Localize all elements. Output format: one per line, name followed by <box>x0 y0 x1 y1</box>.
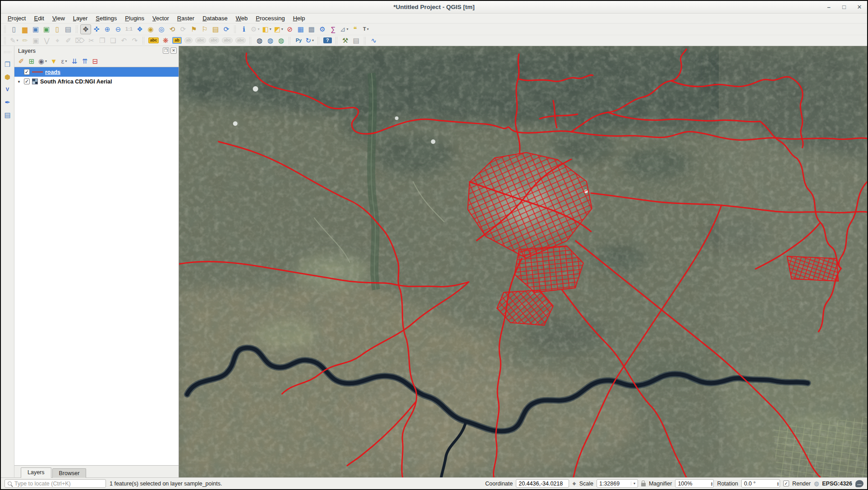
move-label-button[interactable]: abc <box>207 36 221 46</box>
help-contents-button[interactable]: ? <box>322 36 333 46</box>
layer-labeling-button[interactable]: abc <box>147 36 161 46</box>
modify-attributes-button[interactable]: ✐ <box>63 36 74 46</box>
new-project-button[interactable]: ▯ <box>9 24 19 34</box>
deselect-all-button[interactable]: ⊘ <box>285 24 295 34</box>
rotate-label-button[interactable]: abc <box>220 36 234 46</box>
add-wms-layer-button[interactable]: ◍ <box>265 36 276 46</box>
filter-expression-button[interactable]: ε ▾ <box>59 56 69 66</box>
menu-settings[interactable]: Settings <box>92 14 121 23</box>
current-edits-button[interactable]: ✎ ▾ <box>9 36 20 46</box>
locate-box[interactable] <box>5 479 106 488</box>
processing-history-button[interactable]: ↻ ▾ <box>304 36 315 46</box>
menu-view[interactable]: View <box>48 14 69 23</box>
locate-input[interactable] <box>14 481 103 487</box>
save-layer-edits-button[interactable]: ▣ <box>31 36 41 46</box>
layer-item-roads[interactable]: ✓ roads <box>14 67 179 77</box>
zoom-full-button[interactable]: ❖ <box>134 24 145 34</box>
vertex-tool-button[interactable]: ⌖ <box>52 36 63 46</box>
show-hide-labels-button[interactable]: abc <box>194 36 207 46</box>
metasearch-button[interactable]: ◍ <box>254 36 265 46</box>
open-project-button[interactable]: ▆ <box>19 24 30 34</box>
toolbar-grip[interactable] <box>142 37 145 44</box>
layer-visibility-checkbox[interactable]: ✓ <box>24 69 30 75</box>
filter-legend-button[interactable]: ▼ <box>49 56 59 66</box>
menu-help[interactable]: Help <box>289 14 309 23</box>
copy-features-button[interactable]: ❐ <box>97 36 108 46</box>
menu-edit[interactable]: Edit <box>30 14 48 23</box>
map-canvas[interactable] <box>179 46 867 477</box>
measure-button[interactable]: ⊿ ▾ <box>339 24 350 34</box>
pan-to-selection-button[interactable]: ✜ <box>91 24 102 34</box>
save-project-button[interactable]: ▣ <box>30 24 41 34</box>
lock-scale-icon[interactable] <box>641 483 646 486</box>
menu-web[interactable]: Web <box>232 14 252 23</box>
zoom-next-button[interactable]: ⟳ <box>178 24 188 34</box>
scale-combobox[interactable]: 1:32869 ▾ <box>597 479 638 488</box>
change-label-button[interactable]: abc <box>234 36 248 46</box>
toolbar-grip[interactable] <box>249 37 252 44</box>
select-by-form-button[interactable]: ◩ ▾ <box>273 24 285 34</box>
menu-vector[interactable]: Vector <box>148 14 173 23</box>
toolbar-grip[interactable] <box>4 51 11 54</box>
expand-all-button[interactable]: ⇊ <box>69 56 79 66</box>
add-spatialite-layer-button[interactable]: ⬢ <box>2 72 13 82</box>
layer-diagram-button[interactable]: ❋ <box>160 36 171 46</box>
messages-bubble-icon[interactable]: … <box>855 480 863 487</box>
toolbar-grip[interactable] <box>317 37 320 44</box>
new-bookmark-button[interactable]: ⚑ <box>188 24 199 34</box>
minimize-button[interactable]: – <box>821 1 836 13</box>
menu-project[interactable]: Project <box>4 14 30 23</box>
crs-indicator[interactable]: EPSG:4326 <box>822 481 852 487</box>
menu-plugins[interactable]: Plugins <box>121 14 148 23</box>
toolbar-grip[interactable] <box>75 26 78 33</box>
notebook-button[interactable]: ▤ <box>351 36 362 46</box>
run-feature-action-button[interactable]: ⚙ ▾ <box>249 24 261 34</box>
open-attribute-table-button[interactable]: ▦ <box>295 24 306 34</box>
identify-features-button[interactable]: ℹ <box>239 24 249 34</box>
show-layout-manager-button[interactable]: ▤ <box>63 24 73 34</box>
spinner-arrows[interactable]: ▴ ▾ <box>711 481 713 486</box>
add-feature-button[interactable]: ⋁ <box>41 36 52 46</box>
select-features-button[interactable]: ◧ ▾ <box>261 24 272 34</box>
python-console-button[interactable]: Py <box>293 36 304 46</box>
field-calculator-button[interactable]: ▩ <box>306 24 317 34</box>
new-shapefile-layer-button[interactable]: ✒ <box>2 97 13 107</box>
open-styling-panel-button[interactable]: ✐ <box>16 56 26 66</box>
menu-layer[interactable]: Layer <box>69 14 92 23</box>
statistics-button[interactable]: ∑ <box>328 24 339 34</box>
extents-toggle-icon[interactable]: ⌖ <box>572 480 576 488</box>
toolbar-grip[interactable] <box>363 37 367 44</box>
refresh-map-button[interactable]: ⟳ <box>221 24 232 34</box>
save-project-as-button[interactable]: ▣ <box>41 24 52 34</box>
bookmark-manager-button[interactable]: ▤ <box>210 24 221 34</box>
maximize-button[interactable]: □ <box>836 1 852 13</box>
zoom-last-button[interactable]: ⟲ <box>167 24 178 34</box>
layer-visibility-checkbox[interactable]: ✓ <box>24 79 30 84</box>
map-tips-button[interactable]: ❝ <box>349 24 360 34</box>
paste-features-button[interactable]: ❏ <box>108 36 119 46</box>
show-bookmarks-button[interactable]: ⚐ <box>199 24 210 34</box>
add-vector-layer-button[interactable]: V <box>2 84 13 94</box>
spinner-arrows[interactable]: ▴ ▾ <box>777 481 779 486</box>
text-annotation-button[interactable]: T ▾ <box>360 24 371 34</box>
menu-processing[interactable]: Processing <box>252 14 289 23</box>
new-print-layout-button[interactable]: ▯ <box>52 24 63 34</box>
processing-toolbox-button[interactable]: ⚙ <box>317 24 328 34</box>
toolbar-grip[interactable] <box>335 37 338 44</box>
close-panel-button[interactable]: ✕ <box>170 47 177 54</box>
highlight-labels-button[interactable]: ab <box>171 36 183 46</box>
rotation-spinner[interactable]: 0.0 ° ▴ ▾ <box>741 479 780 488</box>
expand-arrow-icon[interactable]: ▾ <box>16 79 22 84</box>
osm-search-button[interactable]: ⚒ <box>340 36 351 46</box>
coordinate-input[interactable] <box>516 479 569 488</box>
add-wfs-layer-button[interactable]: ◍ <box>276 36 286 46</box>
cut-features-button[interactable]: ✂ <box>86 36 97 46</box>
profile-tool-button[interactable]: ∿ <box>368 36 379 46</box>
zoom-in-button[interactable]: ⊕ <box>102 24 113 34</box>
toolbar-grip[interactable] <box>4 37 7 44</box>
manage-map-themes-button[interactable]: ◉ ▾ <box>37 56 48 66</box>
render-checkbox[interactable]: ✓ <box>783 481 789 486</box>
layer-item-aerial[interactable]: ▾ ✓ South Africa CD:NGI Aerial <box>14 77 179 86</box>
undo-button[interactable]: ↶ <box>119 36 129 46</box>
data-source-manager-button[interactable]: ❒ <box>2 59 13 69</box>
